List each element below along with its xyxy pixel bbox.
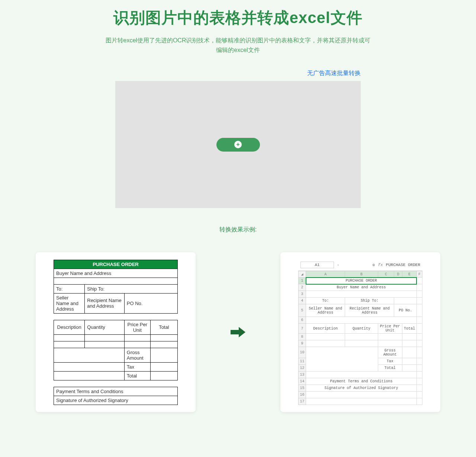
po-col-desc: Description [54, 320, 85, 334]
page-title: 识别图片中的表格并转成excel文件 [36, 7, 440, 28]
excel-r15: Signature of Authorized Signatory [306, 385, 417, 392]
po-buyer: Buyer Name and Address [54, 269, 178, 278]
excel-r14: Payment Terms and Conditions [306, 378, 417, 385]
zoom-icon: ⊕ [372, 262, 375, 268]
example-result-card: A1 ▾ ⊕ fx PURCHASE ORDER ◢ A B C D E [280, 252, 440, 412]
po-gross: Gross Amount [124, 348, 150, 362]
purchase-order-table: PURCHASE ORDER Buyer Name and Address To… [54, 260, 178, 405]
po-header: PURCHASE ORDER [54, 260, 178, 269]
po-col-total: Total [150, 320, 177, 334]
promo-link[interactable]: 无广告高速批量转换 [307, 70, 361, 76]
excel-col-D: D [394, 271, 402, 278]
excel-r5-seller: Seller Name and Address [306, 304, 345, 317]
excel-preview: A1 ▾ ⊕ fx PURCHASE ORDER ◢ A B C D E [298, 259, 422, 405]
excel-col-E: E [402, 271, 416, 278]
arrow-right-icon [231, 328, 245, 337]
po-sig: Signature of Authorized Signatory [54, 396, 178, 405]
po-to: To: [54, 284, 85, 293]
po-totalrow: Total [124, 371, 150, 380]
excel-r4-to: To: [306, 298, 345, 304]
excel-r11-tax: Tax [378, 358, 402, 365]
po-seller: Seller Name and Address [54, 293, 85, 313]
po-terms: Payment Terms and Conditions [54, 387, 178, 396]
excel-r2: Buyer Name and Address [306, 284, 417, 291]
fx-label: fx [378, 263, 383, 267]
excel-col-A: A [306, 271, 345, 278]
excel-r10-gross: Gross Amount [378, 347, 402, 358]
excel-r1: PURCHASE ORDER [306, 278, 417, 284]
excel-cell-ref: A1 [300, 262, 334, 268]
example-label: 转换效果示例: [36, 226, 440, 234]
po-tax: Tax [124, 362, 150, 371]
excel-r4-ship: Ship To: [345, 298, 394, 304]
upload-dropzone[interactable]: + [115, 81, 361, 208]
formula-value: PURCHASE ORDER [386, 263, 420, 267]
excel-r12-total: Total [378, 365, 402, 372]
excel-r7-desc: Description [306, 324, 345, 334]
excel-r7-qty: Quantity [345, 324, 378, 334]
po-recipient: Recipient Name and Address [85, 293, 125, 313]
page-subtitle: 图片转excel使用了先进的OCR识别技术，能够精准的识别图片中的表格和文字，并… [104, 36, 372, 55]
excel-col-B: B [345, 271, 378, 278]
excel-r5-recipient: Recipient Name and Address [345, 304, 394, 317]
po-shipto: Ship To: [85, 284, 178, 293]
example-source-card: PURCHASE ORDER Buyer Name and Address To… [36, 252, 196, 412]
po-col-qty: Quantity [85, 320, 125, 334]
excel-col-C: C [378, 271, 394, 278]
excel-r5-pono: PO No. [394, 304, 416, 317]
excel-r7-total: Total [402, 324, 416, 334]
excel-corner: ◢ [299, 271, 306, 278]
add-button[interactable]: + [216, 138, 260, 152]
excel-r7-price: Price Per Unit [378, 324, 402, 334]
po-pono: PO No. [124, 293, 177, 313]
po-col-price: Price Per Unit [124, 320, 150, 334]
plus-icon: + [234, 141, 242, 148]
excel-col-F: F [416, 271, 422, 278]
